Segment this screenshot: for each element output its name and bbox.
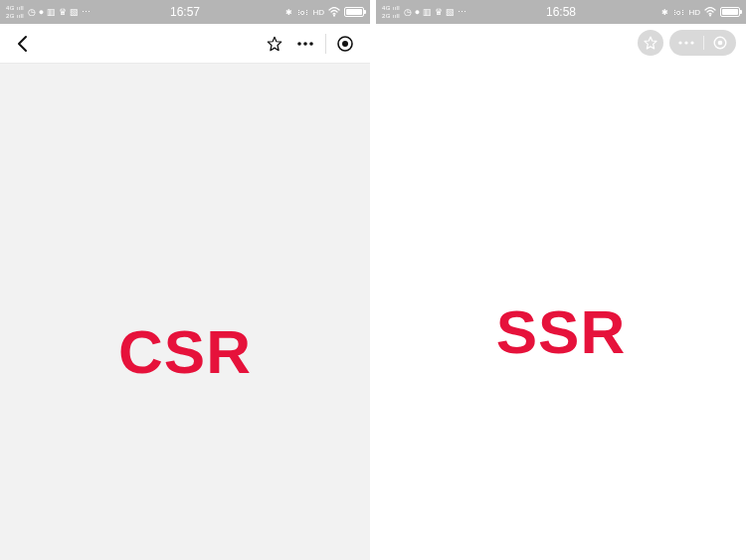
status-time: 16:57	[170, 5, 200, 19]
more-button[interactable]	[289, 31, 321, 57]
svg-point-2	[303, 42, 307, 46]
vibrate-icon: ⫶▢⫶	[296, 8, 308, 17]
bluetooth-icon: ✱	[285, 8, 292, 17]
svg-point-11	[718, 41, 723, 46]
status-bar: 4G ııll 2G ııll ◷ ● ▥ ♛ ▧ ⋯ 16:57 ✱ ⫶▢⫶ …	[0, 0, 370, 24]
nav-bar	[0, 24, 370, 64]
wifi-icon	[704, 7, 716, 17]
more-button[interactable]	[677, 36, 695, 50]
status-time: 16:58	[546, 5, 576, 19]
chat-icon: ●	[415, 7, 420, 17]
calendar-icon: ▥	[47, 7, 56, 17]
svg-point-6	[709, 15, 711, 17]
chat-icon: ●	[39, 7, 44, 17]
back-button[interactable]	[10, 31, 36, 57]
network-4g: 4G ııll	[6, 4, 24, 12]
battery-icon	[344, 7, 364, 17]
clock-icon: ◷	[404, 7, 412, 17]
favorite-button[interactable]	[260, 31, 289, 57]
hd-icon: HD	[312, 8, 324, 17]
svg-point-8	[684, 41, 687, 44]
more-status-icon: ⋯	[458, 7, 466, 17]
crown-icon: ♛	[59, 7, 67, 17]
calendar-icon: ▥	[423, 7, 432, 17]
target-button[interactable]	[330, 31, 360, 57]
phone-csr: 4G ııll 2G ııll ◷ ● ▥ ♛ ▧ ⋯ 16:57 ✱ ⫶▢⫶ …	[0, 0, 370, 560]
content-area: SSR	[376, 24, 746, 560]
hd-icon: HD	[688, 8, 700, 17]
status-left-cluster: 4G ııll 2G ııll ◷ ● ▥ ♛ ▧ ⋯	[6, 4, 91, 20]
svg-point-3	[309, 42, 313, 46]
phone-ssr: 4G ııll 2G ııll ◷ ● ▥ ♛ ▧ ⋯ 16:58 ✱ ⫶▢⫶ …	[376, 0, 746, 560]
target-button[interactable]	[712, 35, 728, 51]
network-labels: 4G ııll 2G ııll	[382, 4, 400, 20]
svg-point-1	[297, 42, 301, 46]
pill-divider	[703, 36, 704, 50]
more-status-icon: ⋯	[82, 7, 91, 17]
network-labels: 4G ııll 2G ııll	[6, 4, 24, 20]
status-icons-left: ◷ ● ▥ ♛ ▧ ⋯	[404, 7, 466, 17]
network-2g: 2G ııll	[382, 12, 400, 20]
vibrate-icon: ⫶▢⫶	[672, 8, 684, 17]
status-right-cluster: ✱ ⫶▢⫶ HD	[285, 7, 364, 17]
crown-icon: ♛	[435, 7, 443, 17]
network-2g: 2G ııll	[6, 12, 24, 20]
status-right-cluster: ✱ ⫶▢⫶ HD	[661, 7, 740, 17]
wifi-icon	[328, 7, 340, 17]
svg-point-5	[342, 41, 348, 47]
floating-actions	[638, 30, 736, 56]
image-icon: ▧	[446, 7, 455, 17]
status-bar: 4G ııll 2G ııll ◷ ● ▥ ♛ ▧ ⋯ 16:58 ✱ ⫶▢⫶ …	[376, 0, 746, 24]
status-left-cluster: 4G ııll 2G ııll ◷ ● ▥ ♛ ▧ ⋯	[382, 4, 466, 20]
nav-divider	[325, 34, 326, 54]
content-area: CSR	[0, 64, 370, 560]
clock-icon: ◷	[28, 7, 36, 17]
svg-point-9	[690, 41, 693, 44]
render-mode-label: SSR	[496, 296, 626, 367]
svg-point-7	[678, 41, 681, 44]
bluetooth-icon: ✱	[661, 8, 668, 17]
svg-point-0	[333, 15, 335, 17]
status-icons-left: ◷ ● ▥ ♛ ▧ ⋯	[28, 7, 91, 17]
battery-icon	[720, 7, 740, 17]
render-mode-label: CSR	[118, 316, 252, 387]
image-icon: ▧	[70, 7, 79, 17]
network-4g: 4G ııll	[382, 4, 400, 12]
action-pill	[669, 30, 736, 56]
favorite-button[interactable]	[638, 30, 663, 56]
